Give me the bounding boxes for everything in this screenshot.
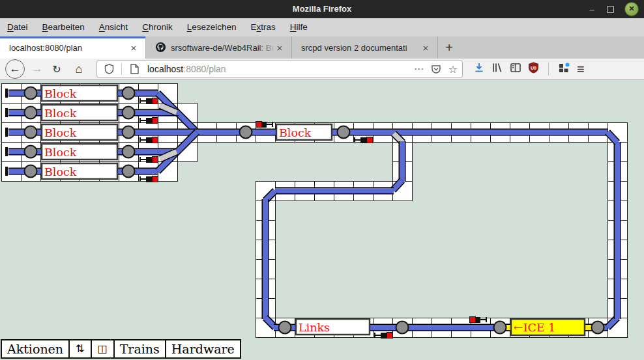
menu-item-datei[interactable]: Datei [0, 18, 35, 36]
plan-bottom-menu: Aktionen⇅◫TrainsHardware [1, 339, 241, 359]
svg-text:Block: Block [44, 126, 77, 139]
buffer-stop-icon [5, 128, 8, 137]
close-button[interactable]: ✕ [624, 2, 639, 16]
download-icon[interactable] [473, 62, 485, 76]
contact-icon[interactable] [25, 107, 37, 119]
contact-icon[interactable] [494, 322, 506, 334]
menu-item-chronik[interactable]: Chronik [135, 18, 180, 36]
tab-strip: localhost:8080/plan×srsoftware-de/Web4Ra… [0, 36, 644, 59]
reload-button[interactable]: ↻ [48, 63, 65, 76]
url-text[interactable]: localhost:8080/plan [147, 64, 410, 74]
restore-button[interactable] [607, 6, 614, 13]
buffer-stop-icon [5, 167, 8, 176]
block-label[interactable]: Block [42, 144, 117, 159]
contact-icon[interactable] [396, 322, 409, 334]
github-icon [155, 42, 166, 55]
svg-text:Block: Block [279, 126, 312, 139]
plan-menu-trains[interactable]: Trains [115, 339, 166, 359]
svg-text:←ICE 1: ←ICE 1 [514, 321, 555, 334]
new-tab-button[interactable]: + [438, 36, 460, 59]
contact-icon[interactable] [25, 126, 37, 139]
browser-tab[interactable]: localhost:8080/plan× [0, 36, 146, 59]
plan-menu-icon[interactable]: ⇅ [70, 339, 91, 359]
contact-icon[interactable] [25, 87, 37, 100]
nav-toolbar: ← → ↻ ⌂ localhost:8080/plan ⋯ ☆ [0, 59, 644, 80]
extensions-icon[interactable] [558, 62, 570, 76]
page-actions-icon[interactable]: ⋯ [410, 63, 428, 75]
contact-icon[interactable] [592, 322, 604, 334]
window-title: Mozilla Firefox [0, 0, 644, 18]
pocket-icon[interactable] [428, 64, 444, 74]
svg-text:U0: U0 [531, 66, 536, 70]
block-label[interactable]: Block [42, 105, 117, 120]
browser-tab[interactable]: srcpd version 2 documentati× [292, 36, 438, 59]
menu-item-lesezeichen[interactable]: Lesezeichen [180, 18, 244, 36]
block-label[interactable]: Links [296, 319, 370, 335]
toolbar-separator [548, 62, 549, 76]
block-label[interactable]: Block [42, 163, 117, 179]
page-content: BlockBlockBlockBlockBlockBlockLinks←ICE … [0, 80, 644, 360]
library-icon[interactable] [491, 62, 503, 76]
svg-text:Links: Links [299, 321, 330, 334]
block-label[interactable]: Block [276, 124, 332, 140]
browser-tab[interactable]: srsoftware-de/Web4Rail: Br× [146, 36, 292, 59]
plan-tiles [1, 83, 627, 337]
menu-item-extras[interactable]: Extras [244, 18, 283, 36]
menu-item-ansicht[interactable]: Ansicht [92, 18, 135, 36]
urlbar-separator [121, 63, 122, 75]
minimize-button[interactable]: – [587, 5, 596, 14]
url-bar[interactable]: localhost:8080/plan ⋯ ☆ [96, 60, 463, 78]
menu-item-hilfe[interactable]: Hilfe [283, 18, 315, 36]
plan-menu-aktionen[interactable]: Aktionen [1, 339, 70, 359]
home-button[interactable]: ⌂ [70, 62, 87, 76]
page-icon[interactable] [126, 64, 142, 74]
contact-icon[interactable] [25, 146, 37, 158]
titlebar: Mozilla Firefox – ✕ [0, 0, 644, 18]
contact-icon[interactable] [338, 126, 350, 139]
contact-icon[interactable] [123, 126, 135, 139]
tab-close-icon[interactable]: × [127, 42, 140, 53]
hamburger-menu-icon[interactable]: ≡ [577, 62, 585, 77]
buffer-stop-icon [5, 89, 8, 98]
tab-title: srcpd version 2 documentati [301, 43, 419, 53]
contact-icon[interactable] [240, 126, 252, 139]
block-label[interactable]: Block [42, 85, 117, 101]
buffer-stop-icon [5, 147, 8, 156]
svg-text:Block: Block [44, 165, 77, 178]
plan-menu-hardware[interactable]: Hardware [166, 339, 241, 359]
menu-item-bearbeiten[interactable]: Bearbeiten [35, 18, 92, 36]
block-label[interactable]: Block [42, 124, 117, 140]
menubar: DateiBearbeitenAnsichtChronikLesezeichen… [0, 18, 644, 36]
contact-icon[interactable] [123, 107, 135, 119]
track-plan[interactable]: BlockBlockBlockBlockBlockBlockLinks←ICE … [0, 80, 644, 360]
tab-title: srsoftware-de/Web4Rail: Br [171, 43, 273, 53]
firefox-window: Mozilla Firefox – ✕ DateiBearbeitenAnsic… [0, 0, 644, 360]
contact-icon[interactable] [123, 87, 135, 100]
contact-icon[interactable] [123, 165, 135, 178]
back-button[interactable]: ← [5, 59, 25, 79]
buffer-stop-icon [5, 108, 8, 117]
contact-icon[interactable] [25, 165, 37, 178]
train-label[interactable]: ←ICE 1 [511, 319, 585, 335]
forward-button[interactable]: → [29, 62, 46, 76]
svg-text:Block: Block [44, 146, 77, 159]
svg-text:Block: Block [44, 107, 77, 120]
svg-text:Block: Block [44, 87, 77, 100]
contact-icon[interactable] [279, 322, 291, 334]
sidebar-icon[interactable] [510, 62, 521, 76]
tab-title: localhost:8080/plan [9, 43, 127, 53]
bookmark-star-icon[interactable]: ☆ [444, 63, 462, 76]
shield-icon[interactable] [101, 64, 117, 74]
contact-icon[interactable] [123, 146, 135, 158]
plan-menu-icon[interactable]: ◫ [92, 339, 115, 359]
ublock-icon[interactable]: U0 [528, 62, 539, 76]
